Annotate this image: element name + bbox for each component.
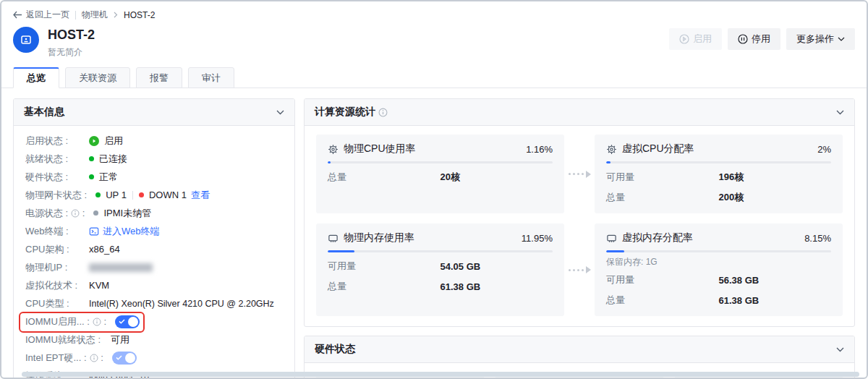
memory-stats-row: 物理内存使用率 11.95% 可用量 54.05 GB 总量 61.38 GB [316, 223, 843, 316]
row-label: 就绪状态 [25, 153, 68, 166]
host-avatar [13, 27, 39, 53]
green-status-dot [89, 156, 94, 161]
row-label: 启用状态 [25, 135, 68, 148]
card-row-label: 总量 [328, 171, 441, 184]
card-percent: 2% [817, 144, 831, 155]
toggle-knob [125, 353, 135, 363]
flow-arrow-icon [564, 266, 595, 273]
toggle-knob [128, 317, 138, 327]
enable-button-label: 启用 [693, 33, 712, 46]
row-hardware-status: 硬件状态 正常 [25, 168, 283, 186]
breadcrumb-divider [75, 11, 76, 20]
tab-related-resources[interactable]: 关联资源 [65, 67, 130, 88]
more-actions-button[interactable]: 更多操作 [786, 28, 855, 50]
tab-overview[interactable]: 总览 [13, 67, 59, 88]
usage-bar [328, 161, 553, 163]
compute-stats-collapse[interactable] [836, 110, 844, 115]
check-icon [119, 319, 125, 324]
tab-related-resources-label: 关联资源 [79, 72, 116, 85]
cpu-gear-icon [328, 144, 339, 155]
card-row-value: 20核 [441, 171, 460, 184]
chevron-down-icon [838, 37, 845, 41]
red-status-dot [139, 192, 144, 197]
row-power-status: 电源状态 IPMI未纳管 [25, 204, 283, 222]
green-status-dot [89, 174, 94, 179]
basic-info-title: 基本信息 [24, 106, 64, 119]
tab-audit-label: 审计 [202, 72, 221, 85]
horizontal-scrollbar[interactable] [22, 372, 859, 377]
terminal-icon [89, 226, 99, 237]
info-icon[interactable] [90, 352, 103, 363]
page-title: HOST-2 [48, 27, 669, 43]
hardware-status-collapse[interactable] [836, 347, 844, 352]
card-row-value: 61.38 GB [719, 295, 760, 306]
chevron-down-icon [836, 347, 844, 352]
play-circle-icon [679, 34, 689, 44]
chevron-down-icon [836, 110, 844, 115]
right-column: 计算资源统计 物理CPU使用率 [304, 98, 855, 379]
compute-stats-header: 计算资源统计 [305, 99, 854, 126]
header-actions: 启用 停用 更多操作 [669, 28, 855, 50]
compute-stats-body: 物理CPU使用率 1.16% 总量 20核 [305, 126, 854, 326]
compute-stats-title: 计算资源统计 [315, 106, 375, 119]
row-label: 硬件状态 [25, 171, 68, 184]
info-icon[interactable] [93, 316, 106, 327]
usage-bar [606, 161, 831, 163]
page-subtitle: 暂无简介 [48, 46, 669, 59]
disable-button[interactable]: 停用 [728, 28, 780, 50]
row-cpu-type: CPU类型 Intel(R) Xeon(R) Silver 4210 CPU @… [25, 294, 283, 312]
card-title: 物理内存使用率 [344, 231, 516, 244]
check-icon [116, 355, 122, 360]
card-percent: 8.15% [804, 233, 831, 244]
row-label: IOMMU启用... [25, 315, 90, 328]
back-label: 返回上一页 [26, 9, 69, 21]
green-status-dot [95, 192, 101, 197]
intel-ept-toggle[interactable] [112, 352, 137, 365]
row-web-terminal: Web终端 进入Web终端 [25, 222, 283, 240]
header-text: HOST-2 暂无简介 [48, 27, 669, 59]
more-actions-label: 更多操作 [796, 33, 834, 46]
breadcrumb-section[interactable]: 物理机 [82, 9, 108, 21]
card-row-label: 总量 [328, 280, 441, 293]
physical-cpu-card: 物理CPU使用率 1.16% 总量 20核 [316, 135, 564, 213]
enable-status-value: 启用 [104, 135, 123, 148]
card-row-value: 200核 [719, 191, 744, 204]
nic-view-link[interactable]: 查看 [191, 189, 210, 202]
chevron-right-icon [114, 12, 118, 18]
page-header: HOST-2 暂无简介 启用 停用 更多操作 [1, 21, 867, 59]
card-title: 虚拟CPU分配率 [622, 142, 812, 156]
card-row-value: 61.38 GB [441, 281, 481, 292]
row-cpu-arch: CPU架构 x86_64 [25, 240, 283, 258]
virtualization-value: KVM [89, 280, 109, 291]
virtual-cpu-card: 虚拟CPU分配率 2% 可用量 196核 总量 200核 [595, 135, 843, 213]
gray-status-dot [93, 210, 98, 216]
card-row-value: 54.05 GB [441, 261, 481, 272]
row-label: 物理网卡状态 [25, 189, 87, 202]
info-icon[interactable] [71, 208, 85, 218]
info-icon[interactable] [378, 108, 388, 117]
content-area: 基本信息 启用状态 启用 就绪状态 已连接 [1, 88, 867, 379]
tab-alerts[interactable]: 报警 [136, 67, 182, 88]
row-nic-status: 物理网卡状态 UP 1 DOWN 1 查看 [25, 186, 283, 204]
row-label: CPU架构 [25, 243, 69, 256]
enable-button[interactable]: 启用 [669, 28, 722, 50]
disable-button-label: 停用 [752, 33, 770, 46]
card-row: 总量 61.38 GB [328, 280, 553, 293]
card-row: 可用量 54.05 GB [328, 260, 553, 273]
web-terminal-link[interactable]: 进入Web终端 [89, 225, 160, 238]
basic-info-panel: 基本信息 启用状态 启用 就绪状态 已连接 [13, 98, 295, 379]
memory-icon [328, 233, 339, 244]
pause-circle-icon [738, 34, 748, 44]
card-title: 物理CPU使用率 [344, 142, 521, 156]
flow-arrow-icon [564, 171, 595, 178]
basic-info-header: 基本信息 [14, 99, 294, 126]
ready-status-value: 已连接 [99, 153, 127, 166]
iommu-toggle[interactable] [115, 315, 140, 328]
back-link[interactable]: 返回上一页 [13, 9, 69, 21]
basic-info-collapse[interactable] [276, 110, 284, 115]
tab-audit[interactable]: 审计 [188, 67, 234, 88]
reserved-memory-note: 保留内存: 1G [606, 256, 831, 268]
physical-memory-card: 物理内存使用率 11.95% 可用量 54.05 GB 总量 61.38 GB [316, 223, 564, 316]
card-row-value: 196核 [719, 171, 744, 184]
tab-bar: 总览 关联资源 报警 审计 [1, 59, 867, 88]
